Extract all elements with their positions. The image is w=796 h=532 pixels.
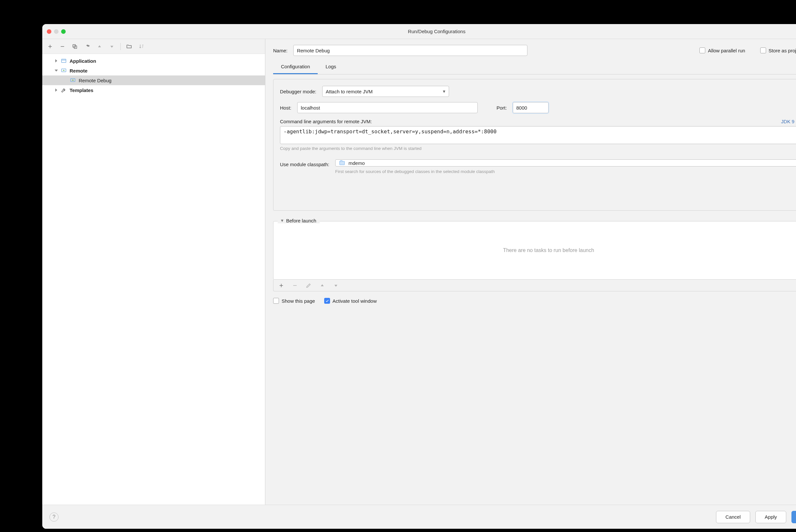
jdk-version-select[interactable]: JDK 9 or later ⌄ bbox=[781, 118, 796, 124]
tree-node-remote[interactable]: Remote bbox=[42, 66, 265, 75]
sort-icon[interactable] bbox=[137, 42, 146, 51]
folder-icon[interactable] bbox=[125, 42, 134, 51]
checkbox-label: Activate tool window bbox=[333, 298, 377, 304]
tree-node-application[interactable]: Application bbox=[42, 56, 265, 66]
before-launch-header[interactable]: ▾ Before launch bbox=[278, 217, 320, 223]
collapse-icon[interactable] bbox=[54, 68, 58, 73]
move-task-up-icon[interactable] bbox=[318, 281, 327, 290]
store-as-project-file-checkbox[interactable]: Store as project file bbox=[760, 48, 796, 53]
command-line-label: Command line arguments for remote JVM: bbox=[280, 119, 372, 124]
add-config-icon[interactable] bbox=[45, 42, 55, 51]
chevron-down-icon: ▾ bbox=[281, 217, 284, 223]
command-line-arguments[interactable]: -agentlib:jdwp=transport=dt_socket,serve… bbox=[280, 126, 796, 144]
before-launch-toolbar bbox=[273, 280, 796, 291]
tree-node-remote-debug[interactable]: Remote Debug bbox=[42, 75, 265, 85]
remote-icon bbox=[60, 67, 67, 74]
checkbox-icon bbox=[273, 298, 279, 304]
name-label: Name: bbox=[273, 48, 287, 53]
tree-label: Remote Debug bbox=[79, 78, 112, 83]
command-line-hint: Copy and paste the arguments to the comm… bbox=[280, 146, 796, 151]
configurations-toolbar bbox=[42, 39, 265, 54]
before-launch-section: ▾ Before launch There are no tasks to ru… bbox=[273, 221, 796, 291]
activate-tool-window-checkbox[interactable]: Activate tool window bbox=[324, 298, 377, 304]
expand-icon[interactable] bbox=[54, 59, 58, 63]
chevron-down-icon: ▾ bbox=[443, 89, 446, 94]
title-bar: Run/Debug Configurations bbox=[42, 24, 796, 39]
tree-node-templates[interactable]: Templates bbox=[42, 85, 265, 95]
configurations-panel: Application Remote Remote Debug bbox=[42, 39, 265, 505]
dialog-footer: ? Cancel Apply OK bbox=[42, 505, 796, 529]
configuration-editor: Name: Allow parallel run Store as projec… bbox=[265, 39, 796, 505]
configuration-card: Debugger mode: Attach to remote JVM ▾ Ho… bbox=[273, 79, 796, 211]
host-input[interactable] bbox=[297, 102, 478, 113]
module-classpath-label: Use module classpath: bbox=[280, 159, 329, 167]
select-value: Attach to remote JVM bbox=[326, 89, 373, 94]
module-classpath-select[interactable]: mdemo ▾ bbox=[335, 159, 796, 167]
name-input[interactable] bbox=[293, 45, 527, 56]
module-classpath-hint: First search for sources of the debugged… bbox=[335, 169, 582, 174]
checkbox-label: Store as project file bbox=[769, 48, 796, 53]
wrench-icon bbox=[60, 87, 67, 93]
port-input[interactable] bbox=[513, 102, 549, 113]
module-icon bbox=[339, 160, 345, 166]
remote-icon bbox=[70, 77, 76, 83]
svg-rect-10 bbox=[339, 161, 344, 165]
checkbox-label: Show this page bbox=[282, 298, 315, 304]
copy-config-icon[interactable] bbox=[70, 42, 79, 51]
port-label: Port: bbox=[496, 105, 507, 111]
toolbar-separator bbox=[120, 43, 121, 50]
debugger-mode-select[interactable]: Attach to remote JVM ▾ bbox=[322, 86, 449, 97]
jdk-label: JDK 9 or later bbox=[781, 119, 796, 124]
close-window-icon[interactable] bbox=[47, 29, 51, 34]
help-button[interactable]: ? bbox=[50, 512, 58, 521]
tab-logs[interactable]: Logs bbox=[318, 60, 344, 74]
window-title: Run/Debug Configurations bbox=[47, 28, 796, 34]
show-this-page-checkbox[interactable]: Show this page bbox=[273, 298, 315, 304]
editor-tabs: Configuration Logs bbox=[273, 60, 796, 74]
name-row: Name: Allow parallel run Store as projec… bbox=[273, 45, 796, 56]
tree-label: Remote bbox=[70, 68, 88, 74]
application-icon bbox=[60, 58, 67, 64]
tab-configuration[interactable]: Configuration bbox=[273, 60, 318, 74]
dialog-window: Run/Debug Configurations bbox=[42, 24, 796, 529]
ok-button[interactable]: OK bbox=[792, 511, 796, 523]
window-controls bbox=[47, 29, 66, 34]
checkbox-icon bbox=[699, 48, 705, 53]
cancel-button[interactable]: Cancel bbox=[716, 511, 750, 523]
remove-task-icon[interactable] bbox=[290, 281, 300, 290]
remove-config-icon[interactable] bbox=[58, 42, 67, 51]
move-down-icon[interactable] bbox=[107, 42, 116, 51]
checkbox-icon bbox=[324, 298, 330, 304]
configurations-tree[interactable]: Application Remote Remote Debug bbox=[42, 54, 265, 505]
apply-button[interactable]: Apply bbox=[755, 511, 786, 523]
move-up-icon[interactable] bbox=[95, 42, 104, 51]
before-launch-tasks: There are no tasks to run before launch bbox=[273, 221, 796, 280]
checkbox-icon bbox=[760, 48, 766, 53]
move-task-down-icon[interactable] bbox=[331, 281, 340, 290]
templates-icon[interactable] bbox=[82, 42, 92, 51]
before-launch-empty-text: There are no tasks to run before launch bbox=[503, 247, 594, 253]
minimize-window-icon[interactable] bbox=[54, 29, 58, 34]
allow-parallel-run-checkbox[interactable]: Allow parallel run bbox=[699, 48, 745, 53]
svg-rect-5 bbox=[61, 59, 66, 63]
tree-label: Application bbox=[70, 58, 96, 64]
zoom-window-icon[interactable] bbox=[61, 29, 66, 34]
add-task-icon[interactable] bbox=[277, 281, 286, 290]
section-title-text: Before launch bbox=[286, 218, 316, 223]
expand-icon[interactable] bbox=[54, 88, 58, 92]
tree-label: Templates bbox=[70, 88, 93, 93]
select-value: mdemo bbox=[348, 160, 365, 166]
host-label: Host: bbox=[280, 105, 291, 111]
debugger-mode-label: Debugger mode: bbox=[280, 89, 316, 94]
checkbox-label: Allow parallel run bbox=[708, 48, 745, 53]
edit-task-icon[interactable] bbox=[304, 281, 313, 290]
